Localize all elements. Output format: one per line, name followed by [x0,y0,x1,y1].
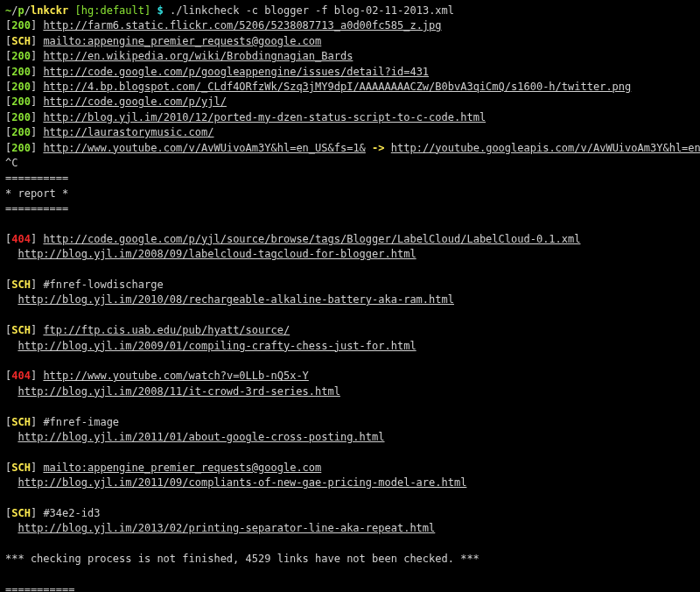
report-line: [404] http://www.youtube.com/watch?v=0LL… [5,369,695,384]
status-code: SCH [11,35,31,47]
status-code: SCH [11,278,31,291]
report-sep-top: ========== [5,171,695,186]
link-line: [200] http://code.google.com/p/googleapp… [5,65,695,80]
report-url-text: #fnref-image [43,416,119,428]
status-code: 200 [11,81,31,93]
status-code: SCH [11,507,31,519]
summary-sep-top: =========== [5,582,695,592]
prompt-dollar: $ [157,4,163,17]
ref-url-text: http://blog.yjl.im/2008/09/labelcloud-ta… [18,248,416,260]
url-text: http://4.bp.blogspot.com/_CLdf4ORfzWk/Sz… [43,81,631,93]
report-ref-line: http://blog.yjl.im/2011/09/compliants-of… [5,476,695,490]
prompt-dir1: p [18,4,24,17]
status-code: 200 [11,50,31,62]
status-code: 200 [11,126,31,138]
redirect-arrow-icon: -> [372,142,384,154]
status-code: 200 [11,95,31,108]
report-url-text: http://code.google.com/p/yjl/source/brow… [43,233,580,245]
url-text: http://code.google.com/p/googleappengine… [43,66,429,78]
status-code: 200 [11,142,31,154]
link-line: [200] http://code.google.com/p/yjl/ [5,95,695,109]
status-code: 404 [11,233,31,245]
url-text: http://code.google.com/p/yjl/ [43,95,227,108]
ctrl-c: ^C [5,156,695,171]
report-ref-line: http://blog.yjl.im/2010/08/rechargeable-… [5,292,695,307]
report-label: * report * [5,187,695,201]
url-text: mailto:appengine_premier_requests@google… [43,35,321,47]
status-code: SCH [11,324,31,336]
link-line: [200] http://laurastorymusic.com/ [5,125,695,140]
prompt-line: ~/p/lnkckr [hg:default] $ ./linkcheck -c… [5,4,695,18]
link-line: [200] http://blog.yjl.im/2010/12/ported-… [5,110,695,125]
unfinished-message: *** checking process is not finished, 45… [5,552,695,567]
status-code: SCH [11,416,31,428]
url-text: http://laurastorymusic.com/ [43,126,214,138]
status-code: 200 [11,19,31,32]
link-line: [200] http://farm6.static.flickr.com/520… [5,18,695,33]
report-line: [SCH] mailto:appengine_premier_requests@… [5,461,695,476]
prompt-dir2: lnkckr [31,4,68,17]
report-line: [SCH] #34e2-id3 [5,506,695,521]
report-ref-line: http://blog.yjl.im/2009/01/compiling-cra… [5,339,695,354]
url-text: http://en.wikipedia.org/wiki/Brobdingnag… [43,50,353,62]
ref-url-text: http://blog.yjl.im/2009/01/compiling-cra… [18,340,416,352]
ref-url-text: http://blog.yjl.im/2008/11/it-crowd-3rd-… [18,385,340,398]
report-ref-line: http://blog.yjl.im/2011/01/about-google-… [5,430,695,445]
status-code: 200 [11,66,31,78]
url-text: http://blog.yjl.im/2010/12/ported-my-dze… [43,111,486,123]
report-line: [SCH] #fnref-image [5,415,695,430]
link-line: [SCH] mailto:appengine_premier_requests@… [5,34,695,49]
report-ref-line: http://blog.yjl.im/2008/09/labelcloud-ta… [5,247,695,262]
redirect-url-text: http://youtube.googleapis.com/v/AvWUivoA… [391,142,700,154]
report-url-text: mailto:appengine_premier_requests@google… [43,462,321,474]
ref-url-text: http://blog.yjl.im/2011/01/about-google-… [18,431,384,443]
report-line: [404] http://code.google.com/p/yjl/sourc… [5,232,695,247]
link-line: [200] http://www.youtube.com/v/AvWUivoAm… [5,141,695,156]
status-code: SCH [11,462,31,474]
url-text: http://farm6.static.flickr.com/5206/5238… [43,19,441,32]
ref-url-text: http://blog.yjl.im/2010/08/rechargeable-… [18,293,454,306]
report-url-text: #34e2-id3 [43,507,100,519]
report-url-text: ftp://ftp.cis.uab.edu/pub/hyatt/source/ [43,324,290,336]
link-line: [200] http://4.bp.blogspot.com/_CLdf4ORf… [5,80,695,95]
report-ref-line: http://blog.yjl.im/2013/02/printing-sepa… [5,521,695,536]
link-line: [200] http://en.wikipedia.org/wiki/Brobd… [5,49,695,64]
ref-url-text: http://blog.yjl.im/2013/02/printing-sepa… [18,522,435,534]
report-url-text: http://www.youtube.com/watch?v=0LLb-nQ5x… [43,370,308,382]
ref-url-text: http://blog.yjl.im/2011/09/compliants-of… [18,476,466,489]
report-ref-line: http://blog.yjl.im/2008/11/it-crowd-3rd-… [5,384,695,399]
status-code: 200 [11,111,31,123]
url-text: http://www.youtube.com/v/AvWUivoAm3Y&hl=… [43,142,365,154]
status-code: 404 [11,370,31,382]
command-text: ./linkcheck -c blogger -f blog-02-11-201… [170,4,454,17]
prompt-sep2: / [24,4,31,17]
report-sep-bottom: ========== [5,201,695,216]
prompt-hg: [hg:default] [75,4,151,17]
report-url-text: #fnref-lowdischarge [43,278,163,291]
report-line: [SCH] #fnref-lowdischarge [5,278,695,292]
report-line: [SCH] ftp://ftp.cis.uab.edu/pub/hyatt/so… [5,323,695,338]
